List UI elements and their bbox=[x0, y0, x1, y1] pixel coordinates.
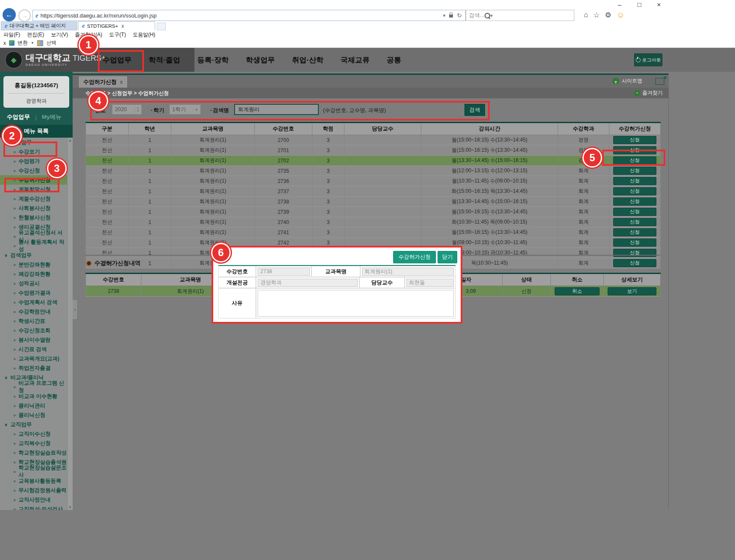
back-button[interactable]: ← bbox=[3, 8, 16, 21]
apply-button[interactable]: 신청 bbox=[613, 197, 656, 206]
sidebar-group[interactable]: ∨교직업무 bbox=[0, 420, 68, 429]
browser-tab-main[interactable]: e 대구대학교 + 메인 페이지 bbox=[1, 21, 77, 30]
modal-reason-textarea[interactable] bbox=[258, 290, 454, 317]
sidebar-item[interactable]: ▶학교현장실습표작성 bbox=[0, 448, 68, 457]
modal-submit-button[interactable]: 수강허가신청 bbox=[393, 251, 436, 263]
scroll-up-icon[interactable]: ∧ bbox=[68, 139, 73, 143]
menu-item-2[interactable]: 보기(V) bbox=[51, 31, 68, 38]
sidebar-item[interactable]: ▶시간표 검색 bbox=[0, 345, 68, 354]
window-popup-icon[interactable] bbox=[655, 78, 664, 85]
sidebar-tab-mymenu[interactable]: My메뉴 bbox=[42, 113, 62, 121]
content-tab-permission[interactable]: 수업허가신청 x bbox=[78, 76, 128, 88]
chevron-down-icon[interactable]: ▼ bbox=[31, 41, 34, 45]
view-button[interactable]: 보기 bbox=[608, 287, 656, 295]
apply-button[interactable]: 신청 bbox=[613, 218, 656, 226]
sidebar-item[interactable]: ▶수업계획서 검색 bbox=[0, 298, 68, 307]
modal-major-field[interactable]: 경영학과 bbox=[258, 279, 358, 287]
maximize-button[interactable]: □ bbox=[635, 1, 644, 8]
modal-code-field[interactable]: 2738 bbox=[258, 268, 310, 276]
sidebar-item[interactable]: ▶수업평가결과 bbox=[0, 288, 68, 298]
browser-search-input[interactable]: 검색... ▾ bbox=[466, 10, 574, 21]
sidebar-collapse-handle[interactable]: ‹ bbox=[73, 299, 78, 320]
sidebar-item[interactable]: ▶교직복수신청 bbox=[0, 439, 68, 448]
new-tab-button[interactable] bbox=[157, 23, 166, 30]
smiley-icon[interactable]: ☺ bbox=[617, 10, 625, 20]
sidebar-item[interactable]: ▶봉사이수열람 bbox=[0, 335, 68, 345]
minimize-button[interactable]: – bbox=[615, 1, 624, 8]
table-cell: 회계 bbox=[558, 186, 609, 197]
menu-item-0[interactable]: 파일(F) bbox=[3, 31, 20, 38]
sidebar-item[interactable]: ▶계절수강신청 bbox=[0, 194, 68, 203]
favorite-link[interactable]: + 즐겨찾기 bbox=[634, 89, 663, 97]
sidebar-item[interactable]: ▶클리닉관리 bbox=[0, 401, 68, 410]
menu-item-4[interactable]: 도구(T) bbox=[109, 31, 126, 38]
sidebar-item[interactable]: ▶교직적성·인성검사 bbox=[0, 504, 68, 510]
nav-item-3[interactable]: 학생업무 bbox=[246, 55, 275, 65]
apply-button[interactable]: 신청 bbox=[613, 167, 656, 175]
nav-item-6[interactable]: 공통 bbox=[387, 55, 401, 65]
tab-close-icon[interactable]: x bbox=[120, 79, 123, 85]
apply-button[interactable]: 신청 bbox=[613, 259, 656, 267]
close-button[interactable]: × bbox=[655, 1, 663, 8]
sidebar-item[interactable]: ▶클리닉신청 bbox=[0, 410, 68, 420]
nav-item-5[interactable]: 국제교류 bbox=[341, 55, 370, 65]
sidebar-item[interactable]: ▶사회봉사신청 bbox=[0, 203, 68, 213]
modal-prof-field[interactable]: 최현돌 bbox=[406, 279, 454, 287]
settings-gear-icon[interactable]: ⚙ bbox=[605, 11, 612, 20]
apply-button[interactable]: 신청 bbox=[613, 228, 656, 236]
convert-button[interactable]: 변환 bbox=[18, 39, 28, 47]
sidebar-item[interactable]: ▶무시험검정원서출력 bbox=[0, 486, 68, 495]
apply-button[interactable]: 신청 bbox=[613, 187, 656, 195]
cancel-button[interactable]: 취소 bbox=[555, 287, 600, 295]
sitemap-link[interactable]: ╥ 사이트맵 bbox=[612, 77, 642, 85]
scroll-down-icon[interactable]: ∨ bbox=[68, 505, 73, 509]
sidebar-item[interactable]: ▶성적공시 bbox=[0, 279, 68, 288]
modal-course-field[interactable]: 회계원리(1) bbox=[362, 268, 454, 276]
sidebar-item[interactable]: ▶봉사 활동계획서 작성 bbox=[0, 241, 68, 251]
sidebar-item[interactable]: ▶교직이수신청 bbox=[0, 429, 68, 439]
logout-button[interactable]: 로그아웃 bbox=[634, 53, 662, 66]
sidebar-item[interactable]: ▶교육봉사활동등록 bbox=[0, 476, 68, 486]
sidebar-item[interactable]: ▶비교과 프로그램 신청 bbox=[0, 382, 68, 392]
browser-tab-stdtigers[interactable]: e STDTIGERS+ x bbox=[78, 21, 155, 30]
sidebar-item[interactable]: ▶교과목개요(교과) bbox=[0, 354, 68, 363]
toolbar-close-icon[interactable]: x bbox=[3, 40, 6, 46]
sidebar-scrollbar[interactable]: ∧ ∨ bbox=[67, 138, 73, 510]
nav-item-4[interactable]: 취업·산학 bbox=[292, 55, 323, 65]
sidebar-tab-work[interactable]: 수업업무 bbox=[7, 113, 30, 121]
home-icon[interactable]: ⌂ bbox=[584, 11, 588, 19]
sidebar-item[interactable]: ▶취업전자출결 bbox=[0, 363, 68, 373]
refresh-icon[interactable]: ↻ bbox=[457, 12, 462, 19]
menu-item-1[interactable]: 편집(E) bbox=[27, 31, 44, 38]
select-button[interactable]: 선택 bbox=[46, 39, 56, 47]
sidebar-item[interactable]: ▶수강신청조회 bbox=[0, 326, 68, 335]
sidebar-item[interactable]: ▶헌혈봉사신청 bbox=[0, 213, 68, 222]
menu-item-5[interactable]: 도움말(H) bbox=[133, 31, 156, 38]
table-cell: 전선 bbox=[86, 248, 129, 258]
sidebar-item[interactable]: ▶분반강좌현황 bbox=[0, 260, 68, 269]
sidebar-item[interactable]: ▶수강학점안내 bbox=[0, 307, 68, 316]
sidebar-item[interactable]: ▶학생시간표 bbox=[0, 316, 68, 326]
search-icon[interactable] bbox=[485, 13, 490, 18]
search-dropdown-icon[interactable]: ▾ bbox=[490, 12, 493, 19]
nav-item-1[interactable]: 학적·졸업 bbox=[149, 55, 180, 65]
sidebar-item[interactable]: ▶교직사정안내 bbox=[0, 495, 68, 504]
app-logo[interactable]: 대구대학교TIGERS+ DAEGU UNIVERSITY bbox=[26, 53, 106, 67]
apply-button[interactable]: 신청 bbox=[613, 249, 656, 257]
apply-button[interactable]: 신청 bbox=[613, 208, 656, 216]
sidebar-item-label: 교직복수신청 bbox=[18, 440, 50, 447]
url-dropdown-icon[interactable]: ▾ bbox=[443, 13, 446, 18]
apply-button[interactable]: 신청 bbox=[613, 177, 656, 185]
address-bar[interactable]: e https://tigersstd.daegu.ac.kr/nxrun/ss… bbox=[32, 10, 466, 21]
sidebar-item[interactable]: ▶폐강강좌현황 bbox=[0, 269, 68, 279]
apply-button[interactable]: 신청 bbox=[613, 239, 656, 247]
apply-button[interactable]: 신청 bbox=[613, 136, 656, 144]
annotation-step-4: 4 bbox=[88, 91, 108, 111]
modal-close-button[interactable]: 닫기 bbox=[438, 251, 457, 263]
tab-close-icon[interactable]: x bbox=[121, 23, 124, 29]
forward-button[interactable]: → bbox=[18, 9, 31, 22]
sidebar-item[interactable]: ▶학교현장실습설문조사 bbox=[0, 467, 68, 476]
url-text[interactable]: https://tigersstd.daegu.ac.kr/nxrun/ssoL… bbox=[41, 12, 157, 19]
favorites-star-icon[interactable]: ☆ bbox=[593, 11, 600, 20]
nav-item-2[interactable]: 등록·장학 bbox=[197, 55, 229, 65]
